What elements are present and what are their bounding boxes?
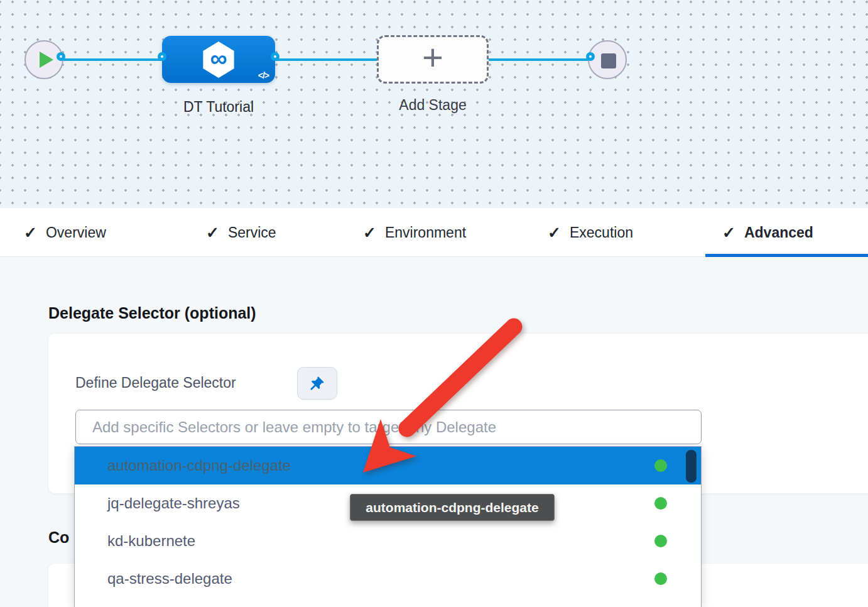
add-stage-button[interactable]: +	[377, 35, 489, 84]
tab-label: Service	[228, 224, 276, 241]
tab-environment[interactable]: ✓ Environment	[363, 208, 466, 257]
active-tab-indicator	[705, 254, 868, 257]
stage-left-port[interactable]	[158, 52, 166, 61]
status-dot-icon	[654, 572, 667, 585]
stage-node-dt-tutorial[interactable]: ∞ </>	[162, 36, 275, 83]
check-icon: ✓	[206, 224, 219, 242]
tab-overview[interactable]: ✓ Overview	[24, 208, 106, 257]
dropdown-option[interactable]: qa-stress-delegate	[75, 560, 701, 598]
stop-icon	[601, 53, 616, 68]
end-node-port[interactable]	[586, 52, 595, 61]
dropdown-option[interactable]: kd-kubernete	[75, 522, 701, 560]
dropdown-scrollbar-thumb[interactable]	[686, 450, 697, 483]
define-delegate-selector-label: Define Delegate Selector	[75, 375, 236, 391]
check-icon: ✓	[722, 224, 735, 242]
tab-label: Environment	[385, 224, 466, 241]
status-dot-icon	[654, 497, 667, 510]
check-icon: ✓	[24, 224, 37, 242]
pipeline-end-node[interactable]	[588, 40, 627, 79]
stage-label: DT Tutorial	[183, 99, 254, 116]
next-section-heading-partial: Co	[48, 528, 69, 547]
code-icon: </>	[258, 70, 269, 80]
delegate-dropdown-menu: automation-cdpng-delegate jq-delegate-sh…	[74, 446, 702, 607]
tab-label: Advanced	[744, 224, 813, 241]
deployment-stage-icon: ∞	[201, 41, 236, 78]
pipeline-advanced-page: ∞ </> DT Tutorial + Add Stage ✓ Overview…	[0, 0, 868, 607]
pipeline-canvas[interactable]: ∞ </> DT Tutorial + Add Stage	[0, 0, 868, 208]
delegate-selector-section-title: Delegate Selector (optional)	[48, 304, 256, 322]
pin-toggle-button[interactable]	[297, 367, 337, 400]
plus-icon: +	[422, 43, 443, 72]
tab-execution[interactable]: ✓ Execution	[548, 208, 633, 257]
dropdown-option[interactable]: automation-cdpng-delegate	[75, 447, 701, 484]
tab-label: Execution	[570, 224, 633, 241]
status-dot-icon	[654, 535, 667, 547]
add-stage-label: Add Stage	[399, 97, 466, 114]
check-icon: ✓	[363, 224, 376, 242]
tab-label: Overview	[46, 224, 106, 241]
stage-right-port[interactable]	[271, 52, 279, 61]
stage-tabbar: ✓ Overview ✓ Service ✓ Environment ✓ Exe…	[0, 208, 868, 257]
tab-advanced[interactable]: ✓ Advanced	[722, 208, 813, 257]
delegate-selector-input[interactable]	[75, 410, 702, 444]
status-dot-icon	[654, 459, 667, 472]
tab-service[interactable]: ✓ Service	[206, 208, 276, 257]
play-icon	[40, 52, 53, 68]
delegate-tooltip: automation-cdpng-delegate	[350, 494, 555, 521]
start-node-port[interactable]	[57, 52, 65, 61]
pushpin-icon	[309, 375, 325, 391]
check-icon: ✓	[548, 224, 561, 242]
